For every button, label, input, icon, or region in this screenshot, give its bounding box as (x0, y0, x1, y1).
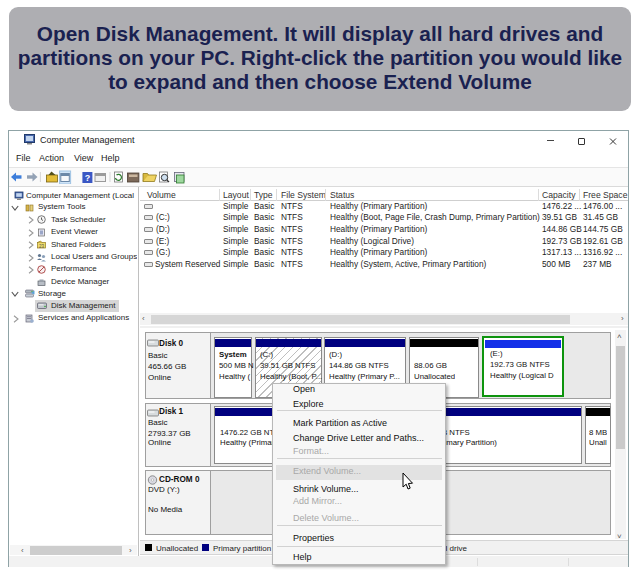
svg-text:23: 23 (39, 244, 45, 249)
